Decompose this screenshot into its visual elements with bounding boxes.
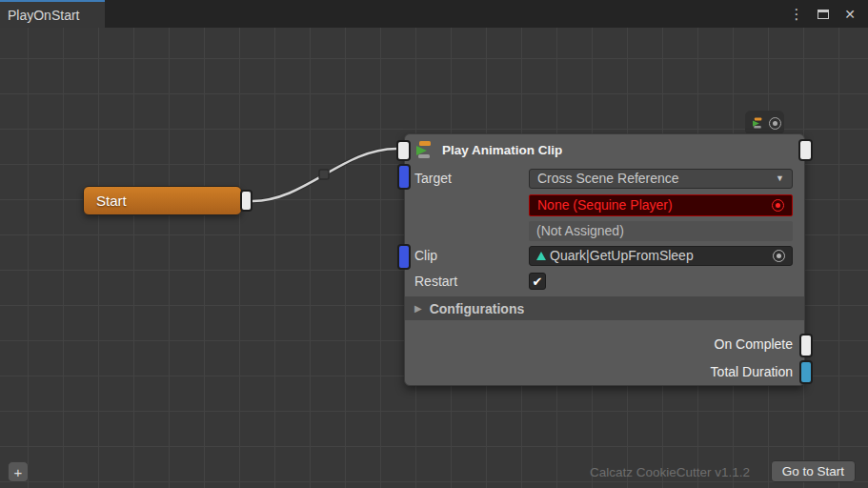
target-label: Target — [414, 171, 529, 186]
clip-in-port[interactable] — [397, 244, 411, 270]
configurations-label: Configurations — [430, 301, 525, 316]
configurations-foldout[interactable]: ▶ Configurations — [405, 296, 804, 320]
restart-row: Restart ✔ — [405, 272, 804, 291]
start-node-label: Start — [96, 193, 127, 209]
graph-canvas[interactable]: Start Play Animation Clip Target Cross S… — [0, 28, 868, 488]
total-duration-row: Total Duration — [405, 360, 804, 383]
exec-out-port[interactable] — [798, 139, 813, 161]
total-duration-label: Total Duration — [711, 364, 793, 379]
add-node-button[interactable]: + — [8, 461, 29, 482]
animation-clip-icon[interactable] — [752, 117, 763, 129]
maximize-glyph — [818, 10, 829, 19]
node-title: Play Animation Clip — [442, 143, 562, 157]
total-duration-out-port[interactable] — [799, 360, 813, 384]
window-controls: ⋮ ✕ — [788, 0, 868, 28]
maximize-icon[interactable] — [815, 6, 832, 23]
tab-label: PlayOnStart — [8, 8, 79, 23]
wire-midpoint-handle — [319, 170, 329, 179]
on-complete-out-port[interactable] — [799, 334, 813, 357]
target-in-port[interactable] — [397, 164, 411, 190]
reference-row: None (Sequine Player) — [405, 193, 804, 217]
watermark-text: Calcatz CookieCutter v1.1.2 — [590, 465, 750, 479]
sequine-player-object-field[interactable]: None (Sequine Player) — [529, 194, 793, 216]
reference-status-text: (Not Assigned) — [536, 223, 624, 238]
chevron-down-icon: ▼ — [776, 173, 784, 183]
sequine-player-value: None (Sequine Player) — [537, 197, 673, 213]
tab-bar: PlayOnStart ⋮ ✕ — [0, 0, 868, 28]
graph-mini-toolbar — [745, 111, 784, 135]
on-complete-row: On Complete — [405, 333, 804, 356]
start-node[interactable]: Start — [83, 186, 242, 215]
clip-object-field[interactable]: Quark|GetUpFromSleep — [529, 246, 793, 266]
animation-clip-icon — [414, 140, 434, 159]
target-row: Target Cross Scene Reference ▼ — [405, 167, 804, 190]
restart-checkbox[interactable]: ✔ — [529, 273, 546, 290]
check-icon: ✔ — [533, 274, 543, 289]
window-menu-icon[interactable]: ⋮ — [788, 6, 805, 23]
target-mode-dropdown[interactable]: Cross Scene Reference ▼ — [529, 169, 793, 189]
clip-value: Quark|GetUpFromSleep — [550, 248, 694, 263]
node-header[interactable]: Play Animation Clip — [405, 134, 804, 165]
reference-status-field: (Not Assigned) — [529, 221, 793, 241]
animation-clip-asset-icon — [536, 252, 546, 260]
target-indicator-icon[interactable] — [769, 117, 781, 130]
object-picker-icon[interactable] — [772, 199, 784, 212]
close-icon[interactable]: ✕ — [841, 6, 858, 23]
clip-label: Clip — [414, 248, 529, 263]
start-exec-out-port[interactable] — [240, 190, 252, 212]
go-to-start-button[interactable]: Go to Start — [771, 460, 856, 482]
target-mode-value: Cross Scene Reference — [537, 171, 679, 186]
exec-in-port[interactable] — [396, 140, 411, 161]
go-to-start-label: Go to Start — [782, 464, 844, 478]
object-picker-icon[interactable] — [773, 250, 785, 262]
tab-play-on-start[interactable]: PlayOnStart — [0, 0, 105, 28]
clip-row: Clip Quark|GetUpFromSleep — [405, 245, 804, 266]
play-animation-clip-node[interactable]: Play Animation Clip Target Cross Scene R… — [404, 133, 805, 386]
wire-start-to-play — [252, 149, 396, 201]
on-complete-label: On Complete — [715, 336, 793, 352]
reference-status-row: (Not Assigned) — [405, 220, 804, 241]
restart-label: Restart — [414, 274, 529, 289]
foldout-arrow-icon: ▶ — [414, 303, 422, 314]
